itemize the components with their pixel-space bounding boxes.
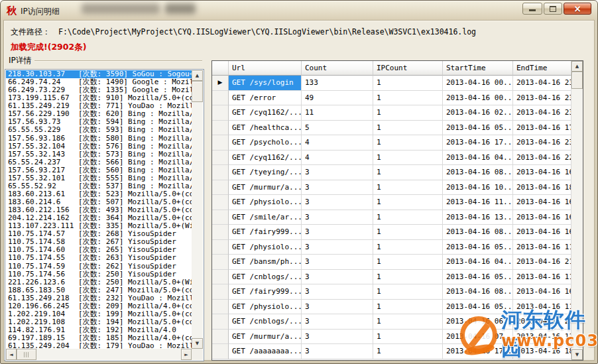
table-row[interactable]: GET /smile/ar...312013-04-16 13...2013-0… [212, 210, 571, 225]
cell-endtime[interactable]: 2013-04-16 16... [513, 225, 571, 240]
minimize-button[interactable] [522, 3, 542, 15]
close-button[interactable]: × [564, 3, 591, 15]
maximize-button[interactable] [544, 3, 562, 15]
cell-count[interactable]: 133 [302, 76, 373, 91]
cell-url[interactable]: GET /murmur/a... [229, 330, 302, 345]
table-row[interactable]: GET /cyq1162/...1112013-04-16 02...2013-… [212, 105, 571, 121]
cell-ipcount[interactable]: 1 [373, 180, 443, 196]
cell-count[interactable]: 3 [302, 210, 373, 225]
cell-starttime[interactable]: 2013-04-16 00... [443, 76, 513, 91]
row-header-cell[interactable] [212, 180, 229, 196]
cell-endtime[interactable]: 2013-04-16 23... [513, 105, 571, 121]
cell-endtime[interactable]: 2013-04-16 11... [513, 270, 571, 285]
row-header-cell[interactable] [212, 195, 229, 210]
table-row[interactable]: GET /healthca...512013-04-16 05...2013-0… [212, 121, 571, 136]
cell-url[interactable]: GET /psycholo... [229, 135, 302, 151]
table-row[interactable]: GET /fairy999...312013-04-16 08...2013-0… [212, 225, 571, 240]
cell-starttime[interactable]: 2013-04-16 11... [443, 195, 513, 210]
cell-ipcount[interactable]: 1 [373, 270, 443, 285]
cell-count[interactable]: 3 [302, 330, 373, 345]
cell-starttime[interactable]: 2013-04-16 05... [443, 300, 513, 315]
cell-url[interactable]: GET /smile/ar... [229, 210, 302, 225]
cell-starttime[interactable]: 2013-04-16 05... [443, 240, 513, 255]
row-header-cell[interactable] [212, 121, 229, 136]
cell-count[interactable]: 3 [302, 344, 373, 359]
cell-url[interactable]: GET /healthca... [229, 121, 302, 136]
row-header-cell[interactable] [212, 151, 229, 166]
table-vertical-scrollbar[interactable]: ▲ ▼ [571, 61, 583, 360]
table-row[interactable]: GET /psycholo...412013-04-16 17...2013-0… [212, 135, 571, 151]
cell-endtime[interactable]: 2013-04-16 11... [513, 240, 571, 255]
table-row[interactable]: GET /tyeying/...312013-04-16 08...2013-0… [212, 165, 571, 180]
cell-starttime[interactable]: 2013-04-16 05... [443, 270, 513, 285]
cell-url[interactable]: GET /fairy999... [229, 284, 302, 300]
cell-ipcount[interactable]: 1 [373, 255, 443, 270]
horizontal-scroll-thumb[interactable] [17, 349, 36, 360]
cell-url[interactable]: GET /bansm/ph... [229, 255, 302, 270]
scroll-down-button[interactable]: ▼ [571, 349, 583, 360]
cell-starttime[interactable]: 2013-04-16 08... [443, 284, 513, 300]
row-header-cell[interactable] [212, 255, 229, 270]
cell-endtime[interactable]: 2013-04-16 20... [513, 314, 571, 330]
cell-count[interactable]: 4 [302, 151, 373, 166]
vertical-scroll-thumb[interactable] [192, 81, 203, 102]
row-header-cell[interactable] [212, 210, 229, 225]
cell-url[interactable]: GET /aaaaaaaa... [229, 344, 302, 359]
table-row[interactable]: GET /bansm/ph...312013-04-16 04...2013-0… [212, 255, 571, 270]
list-horizontal-scrollbar[interactable]: ◄ ► [6, 349, 192, 360]
cell-url[interactable]: GET /cnblogs/... [229, 314, 302, 330]
list-item[interactable]: 61.135.249.204[次数: 179] YouDao : Mozilla… [6, 342, 192, 349]
cell-count[interactable]: 3 [302, 240, 373, 255]
row-header-cell[interactable] [212, 165, 229, 180]
row-header-cell[interactable] [212, 284, 229, 300]
cell-ipcount[interactable]: 1 [373, 300, 443, 315]
row-header-cell[interactable] [212, 270, 229, 285]
cell-url[interactable]: GET /tyeying/... [229, 165, 302, 180]
cell-starttime[interactable]: 2013-04-16 10... [443, 180, 513, 196]
row-header-cell[interactable]: ▶ [212, 76, 229, 91]
cell-endtime[interactable]: 2013-04-16 18... [513, 180, 571, 196]
column-header-count[interactable]: Count [302, 61, 373, 76]
cell-ipcount[interactable]: 1 [373, 121, 443, 136]
cell-endtime[interactable]: 2013-04-16 21... [513, 255, 571, 270]
table-row[interactable]: GET /aaaaaaaa...312013-04-16 17...2013-0… [212, 344, 571, 359]
cell-ipcount[interactable]: 1 [373, 210, 443, 225]
row-header-cell[interactable] [212, 300, 229, 315]
table-row[interactable]: GET /physiolo...312013-04-16 05...2013-0… [212, 300, 571, 315]
cell-starttime[interactable]: 2013-04-16 17... [443, 344, 513, 359]
column-header-starttime[interactable]: StartTime [443, 61, 513, 76]
cell-starttime[interactable]: 2013-04-16 17... [443, 135, 513, 151]
cell-url[interactable]: GET /cnblogs/... [229, 270, 302, 285]
cell-starttime[interactable]: 2013-04-16 13... [443, 210, 513, 225]
cell-endtime[interactable]: 2013-04-16 17... [513, 121, 571, 136]
table-row[interactable]: GET /physiolo...312013-04-16 05...2013-0… [212, 240, 571, 255]
scroll-down-button[interactable]: ▼ [192, 338, 203, 349]
cell-count[interactable]: 3 [302, 300, 373, 315]
cell-count[interactable]: 4 [302, 135, 373, 151]
cell-endtime[interactable]: 2013-04-16 12... [513, 330, 571, 345]
cell-ipcount[interactable]: 1 [373, 151, 443, 166]
cell-count[interactable]: 3 [302, 195, 373, 210]
table-row[interactable]: ▶GET /sys/login13312013-04-16 00...2013-… [212, 76, 571, 91]
column-header-url[interactable]: Url [229, 61, 302, 76]
ip-listbox[interactable]: 218.30.103.37[次数: 3590] SoGou : Sogou+we… [5, 69, 204, 361]
cell-starttime[interactable]: 2013-04-16 06... [443, 314, 513, 330]
cell-endtime[interactable]: 2013-04-16 23... [513, 91, 571, 106]
table-row[interactable]: GET /cyq1162/...412013-04-16 04...2013-0… [212, 151, 571, 166]
cell-starttime[interactable]: 2013-04-16 08... [443, 165, 513, 180]
table-row[interactable]: GET /murmur/a...312013-04-16 07...2013-0… [212, 330, 571, 345]
cell-ipcount[interactable]: 1 [373, 165, 443, 180]
cell-count[interactable]: 49 [302, 91, 373, 106]
table-row[interactable]: GET /cnblogs/...312013-04-16 06...2013-0… [212, 314, 571, 330]
cell-ipcount[interactable]: 1 [373, 76, 443, 91]
cell-ipcount[interactable]: 1 [373, 105, 443, 121]
column-header-ipcount[interactable]: IPCount [373, 61, 443, 76]
cell-starttime[interactable]: 2013-04-16 00... [443, 91, 513, 106]
row-header-cell[interactable] [212, 344, 229, 359]
cell-count[interactable]: 3 [302, 255, 373, 270]
table-row[interactable]: GET /murmur/a...312013-04-16 10...2013-0… [212, 180, 571, 196]
cell-ipcount[interactable]: 1 [373, 284, 443, 300]
cell-count[interactable]: 5 [302, 121, 373, 136]
header-corner-cell[interactable] [212, 61, 229, 76]
cell-count[interactable]: 3 [302, 165, 373, 180]
